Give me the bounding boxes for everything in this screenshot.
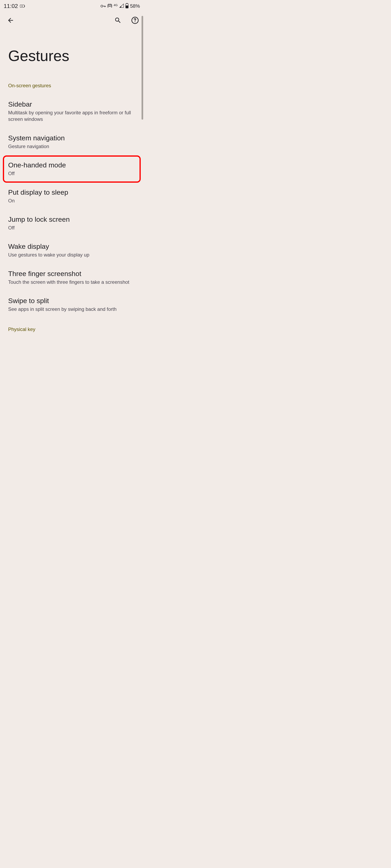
setting-jump-to-lock-screen[interactable]: Jump to lock screen Off (8, 210, 135, 237)
setting-title: Sidebar (8, 100, 135, 108)
search-icon (114, 17, 121, 24)
setting-three-finger-screenshot[interactable]: Three finger screenshot Touch the screen… (8, 264, 135, 291)
page-title: Gestures (0, 29, 144, 66)
arrow-back-icon (7, 17, 14, 24)
svg-rect-6 (125, 5, 128, 8)
section-physical-key: Physical key (0, 318, 144, 338)
setting-subtitle: Use gestures to wake your display up (8, 252, 135, 258)
status-time: 11:02 (4, 3, 18, 9)
section-on-screen-gestures: On-screen gestures Sidebar Multitask by … (0, 66, 144, 318)
charging-badge-icon (20, 5, 25, 7)
setting-subtitle: Multitask by opening your favorite apps … (8, 110, 135, 123)
svg-point-3 (109, 6, 110, 7)
signal-icon (119, 4, 124, 8)
setting-title: One-handed mode (8, 161, 135, 169)
highlighted-box: One-handed mode Off (3, 155, 141, 183)
svg-point-2 (101, 5, 103, 7)
help-button[interactable] (131, 16, 139, 25)
setting-subtitle: Gesture navigation (8, 143, 135, 150)
vpn-key-icon (101, 5, 106, 7)
scrollbar[interactable] (142, 16, 143, 120)
setting-title: System navigation (8, 134, 135, 142)
battery-icon (125, 3, 129, 9)
app-toolbar (0, 12, 144, 29)
setting-title: Put display to sleep (8, 188, 135, 196)
setting-title: Swipe to split (8, 297, 135, 305)
battery-percentage: 58% (130, 3, 140, 9)
setting-subtitle: Off (8, 170, 135, 177)
network-type-label: 4G (114, 3, 118, 7)
setting-title: Wake display (8, 243, 135, 250)
setting-subtitle: On (8, 197, 135, 204)
hotspot-icon (108, 4, 112, 8)
status-left: 11:02 (4, 3, 25, 9)
setting-subtitle: Touch the screen with three fingers to t… (8, 279, 135, 285)
setting-subtitle: Off (8, 224, 135, 231)
help-icon (131, 17, 139, 24)
svg-point-8 (135, 21, 135, 22)
setting-wake-display[interactable]: Wake display Use gestures to wake your d… (8, 237, 135, 264)
setting-sidebar[interactable]: Sidebar Multitask by opening your favori… (8, 95, 135, 128)
setting-title: Three finger screenshot (8, 270, 135, 278)
setting-subtitle: See apps in split screen by swiping back… (8, 306, 135, 312)
setting-one-handed-mode[interactable]: One-handed mode Off (8, 157, 135, 181)
setting-system-navigation[interactable]: System navigation Gesture navigation (8, 128, 135, 155)
status-right: 4G 58% (101, 3, 140, 9)
back-button[interactable] (6, 16, 15, 25)
svg-rect-1 (24, 5, 25, 7)
search-button[interactable] (113, 16, 122, 25)
screen-root: 11:02 (0, 0, 144, 338)
setting-swipe-to-split[interactable]: Swipe to split See apps in split screen … (8, 291, 135, 318)
status-bar: 11:02 (0, 0, 144, 12)
section-header: Physical key (8, 318, 135, 338)
section-header: On-screen gestures (8, 66, 135, 95)
setting-title: Jump to lock screen (8, 215, 135, 223)
setting-put-display-to-sleep[interactable]: Put display to sleep On (8, 183, 135, 210)
